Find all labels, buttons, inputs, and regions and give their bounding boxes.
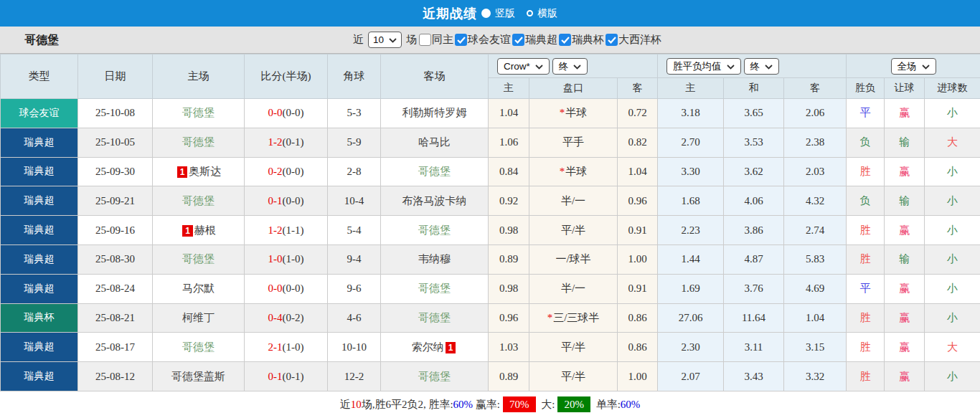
- avg-home-cell: 27.06: [658, 303, 724, 333]
- home-team-name: 哥德堡: [182, 341, 215, 353]
- odds-home-cell: 0.96: [489, 303, 529, 333]
- score-cell: 0-4(0-2): [245, 303, 328, 333]
- sub-header-avg-home: 主: [658, 78, 724, 99]
- score-cell: 0-1(0-1): [245, 362, 328, 391]
- home-team-name: 哥德堡盖斯: [171, 371, 225, 382]
- goals-cell: 小: [925, 274, 980, 303]
- halftime-score: (0-0): [283, 282, 304, 294]
- handicap-result-cell: 赢: [885, 303, 925, 333]
- match-type-cell: 瑞典超: [1, 216, 78, 245]
- handicap-text: 一/球半: [555, 253, 590, 265]
- date-cell: 25-08-30: [78, 244, 153, 274]
- filter-label: 大西洋杯: [618, 33, 661, 47]
- odds-stage-select[interactable]: 终: [552, 58, 588, 75]
- scope-select[interactable]: 全场: [891, 58, 936, 75]
- view-option[interactable]: 横版: [527, 7, 557, 20]
- handicap-cell: 平/半: [529, 333, 618, 362]
- away-team-cell: 哈马比: [381, 128, 489, 157]
- score-cell: 1-2(1-1): [245, 216, 328, 245]
- goals-cell: 小: [925, 303, 980, 333]
- fulltime-score: 1-0: [268, 253, 283, 265]
- odds-away-cell: 0.91: [618, 274, 658, 303]
- summary-footer: 近10场,胜6平2负2, 胜率:60% 赢率:70% 大:20% 单率:60%: [0, 391, 980, 418]
- handicap-result-cell: 赢: [885, 216, 925, 245]
- footer-segment: 场,胜6平2负2, 胜率:: [362, 399, 453, 410]
- table-row: 瑞典超25-09-21哥德堡0-1(0-0)10-4布洛马波卡纳0.92半/一0…: [1, 186, 980, 216]
- sub-header-odds-home: 主: [489, 78, 529, 99]
- odds-source-select[interactable]: Crow*: [497, 58, 550, 75]
- handicap-result-cell: 赢: [885, 274, 925, 303]
- scope-group-header: 全场: [847, 54, 980, 78]
- home-team-cell: 哥德堡: [153, 128, 245, 157]
- avg-stage-select[interactable]: 终: [744, 58, 780, 75]
- result-cell: 平: [847, 274, 885, 303]
- away-team-cell: 布洛马波卡纳: [381, 186, 489, 216]
- odds-home-cell: 0.89: [489, 244, 529, 274]
- match-type-cell: 瑞典超: [1, 186, 78, 216]
- footer-segment: 赢率:: [473, 399, 500, 410]
- halftime-score: (1-0): [283, 253, 304, 265]
- away-team-cell: 索尔纳1: [381, 333, 489, 362]
- checkbox-unchecked-icon[interactable]: [419, 34, 431, 46]
- table-row: 瑞典超25-10-05哥德堡1-2(0-1)5-9哈马比1.06平手0.822.…: [1, 128, 980, 157]
- table-row: 瑞典超25-08-12哥德堡盖斯0-1(0-1)12-2哥德堡0.89平/半1.…: [1, 362, 980, 391]
- halftime-score: (0-0): [283, 195, 304, 206]
- home-team-cell: 哥德堡: [153, 244, 245, 274]
- checkbox-checked-icon[interactable]: [606, 34, 618, 46]
- handicap-text: 半/一: [561, 195, 585, 206]
- result-cell: 胜: [847, 157, 885, 186]
- col-header-away: 客场: [381, 54, 489, 99]
- filter-checkbox[interactable]: 同主: [419, 33, 453, 47]
- avg-draw-cell: 3.62: [724, 157, 784, 186]
- odds-home-cell: 1.04: [489, 99, 529, 128]
- star-icon: *: [560, 107, 565, 118]
- team-title: 哥德堡: [24, 27, 59, 53]
- home-team-cell: 1奥斯达: [153, 157, 245, 186]
- corners-cell: 9-4: [328, 244, 381, 274]
- handicap-text: 半/一: [561, 282, 585, 294]
- date-cell: 25-08-17: [78, 333, 153, 362]
- home-team-cell: 哥德堡: [153, 186, 245, 216]
- away-team-name: 哈马比: [418, 136, 451, 148]
- table-row: 瑞典超25-08-24马尔默0-0(0-0)9-6哥德堡0.98半/一0.911…: [1, 274, 980, 303]
- chevron-down-icon: [765, 60, 773, 72]
- odds-away-cell: 1.00: [618, 244, 658, 274]
- checkbox-checked-icon[interactable]: [455, 34, 467, 46]
- view-option[interactable]: 竖版: [481, 7, 515, 20]
- away-team-cell: 利勒斯特罗姆: [381, 99, 489, 128]
- recent-count-select[interactable]: 10: [368, 32, 402, 48]
- chevron-down-icon: [727, 60, 735, 72]
- avg-home-cell: 2.30: [658, 333, 724, 362]
- avg-draw-cell: 3.86: [724, 216, 784, 245]
- checkbox-checked-icon[interactable]: [559, 34, 571, 46]
- handicap-cell: 一/球半: [529, 244, 618, 274]
- odds-away-cell: 1.04: [618, 157, 658, 186]
- avg-away-cell: 5.83: [784, 244, 847, 274]
- home-team-cell: 哥德堡盖斯: [153, 362, 245, 391]
- home-team-cell: 马尔默: [153, 274, 245, 303]
- filter-checkbox[interactable]: 大西洋杯: [606, 33, 661, 47]
- odds-home-cell: 1.03: [489, 333, 529, 362]
- handicap-text: 三/三球半: [553, 312, 599, 323]
- handicap-text: 平/半: [561, 341, 585, 353]
- footer-segment: 20%: [557, 396, 590, 412]
- match-type-cell: 球会友谊: [1, 99, 78, 128]
- filter-checkbox[interactable]: 球会友谊: [455, 33, 511, 47]
- avg-draw-cell: 3.43: [724, 362, 784, 391]
- fulltime-score: 0-0: [268, 107, 283, 118]
- checkbox-checked-icon[interactable]: [512, 34, 524, 46]
- avg-away-cell: 3.15: [784, 333, 847, 362]
- filter-checkbox[interactable]: 瑞典超: [512, 33, 557, 47]
- avg-draw-cell: 3.53: [724, 128, 784, 157]
- match-type-cell: 瑞典超: [1, 244, 78, 274]
- away-team-name: 韦纳穆: [418, 253, 451, 265]
- radio-selected-icon: [481, 9, 491, 18]
- goals-cell: 小: [925, 244, 980, 274]
- odds-stage-value: 终: [559, 60, 569, 72]
- goals-cell: 小: [925, 362, 980, 391]
- date-cell: 25-08-24: [78, 274, 153, 303]
- filter-checkbox[interactable]: 瑞典杯: [559, 33, 604, 47]
- avg-source-select[interactable]: 胜平负均值: [666, 58, 741, 75]
- avg-away-cell: 4.69: [784, 274, 847, 303]
- filter-checkboxes: 同主球会友谊瑞典超瑞典杯大西洋杯: [419, 27, 661, 53]
